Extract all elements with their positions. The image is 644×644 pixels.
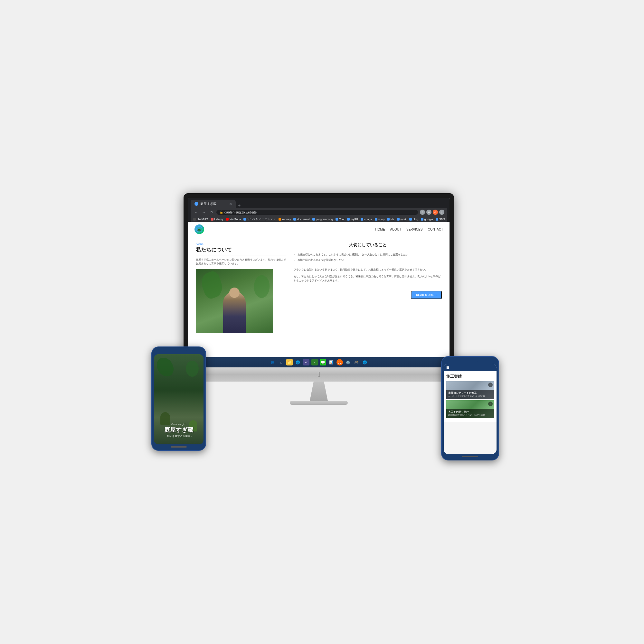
about-desc: 庭屋すぎ蔵のホームページをご覧いただき有難うございます。私たちは個人でお庭まわり… [196,258,286,266]
blog-screen: ☰ 施工実績 土間コンクリートの施工 カーポート下に雑草が生えないようにと費 › [444,364,497,454]
blog-card-desc-1: カーポート下に雑草が生えないようにと費 [448,395,492,398]
bookmark-tool[interactable]: Tool [336,218,345,221]
read-more-button[interactable]: READ MORE › [411,291,442,299]
phone-body-right: ☰ 施工実績 土間コンクリートの施工 カーポート下に雑草が生えないようにと費 › [441,356,499,460]
blog-title-section: 施工実績 土間コンクリートの施工 カーポート下に雑草が生えないようにと費 › [444,371,497,422]
app-icon-6[interactable]: ⚙️ [345,359,351,365]
nav-contact[interactable]: CONTACT [428,228,443,231]
blog-card-badge-1: › [488,383,493,387]
bookmark-document[interactable]: document [293,218,310,221]
about-photo [196,269,273,333]
imac: 庭屋すぎ蔵 ✕ + ← → ↻ 🔒 garden-sugizo.website [184,193,454,405]
file-explorer-icon[interactable]: 📁 [286,359,293,365]
edge-icon[interactable]: 🌐 [295,359,301,365]
phone-tagline: 「地元を愛する造園家」 [164,434,193,438]
phone-screen-left: Garden-sugizo 庭屋すぎ蔵 「地元を愛する造園家」 [154,354,204,444]
imac-stand [306,382,332,401]
chrome-icon[interactable]: 🌐 [362,359,368,365]
nav-services[interactable]: SERVICES [406,228,422,231]
bookmark-work[interactable]: work [397,218,407,221]
bookmark-blog[interactable]: blog [409,218,418,221]
text-block-1: フランクに会話するという事ではなく、損得勘定を抜きにして、お施主様にとって一番良… [294,268,442,272]
app-icon-5[interactable]: 🦊 [336,359,343,365]
bookmark-star-icon[interactable]: ☆ [420,210,425,215]
values-item-2: お施主様と友人のような関係になりたい [294,257,442,263]
nav-home[interactable]: HOME [375,228,385,231]
app-icon-4[interactable]: 📊 [328,359,335,365]
back-button[interactable]: ← [193,209,199,215]
app-icon-3[interactable]: 💬 [320,359,326,365]
garden-screen: Garden-sugizo 庭屋すぎ蔵 「地元を愛する造園家」 [154,354,204,444]
iphone-right: ☰ 施工実績 土間コンクリートの施工 カーポート下に雑草が生えないようにと費 › [441,356,499,460]
bookmark-life[interactable]: life [387,218,394,221]
phone-home-bar-left [171,446,187,448]
browser-tab-active[interactable]: 庭屋すぎ蔵 ✕ [191,200,236,208]
bookmark-liberal[interactable]: リベラルアーツシティ [243,217,276,221]
site-left-column: About 私たちについて 庭屋すぎ蔵のホームページをご覧いただき有難うございま… [196,242,286,333]
refresh-button[interactable]: ↻ [209,209,214,215]
blog-card-overlay-1: 土間コンクリートの施工 カーポート下に雑草が生えないようにと費 [446,390,494,399]
site-header: HOME ABOUT SERVICES CONTACT [188,222,450,237]
values-item-1: お施主様とのこれまでと、これからの出会いに感謝し、お一人おひとりに最高のご提案を… [294,252,442,257]
bookmark-shop[interactable]: shop [375,218,385,221]
bookmark-sns[interactable]: SNS [436,218,445,221]
app-icon-7[interactable]: 🎮 [353,359,360,365]
site-main: About 私たちについて 庭屋すぎ蔵のホームページをご覧いただき有難うございま… [188,237,450,338]
blog-card-title-2: 人工芝の貼り付け [448,410,492,414]
imac-screen-outer: 庭屋すぎ蔵 ✕ + ← → ↻ 🔒 garden-sugizo.website [184,193,454,367]
search-taskbar-icon[interactable]: ⌕ [278,359,284,365]
text-block-2: もし、私たちにとって大きな利益が生まれそうでも、将来的に問題のありそうな工事、商… [294,275,442,283]
app-icon-1[interactable]: W [303,359,309,365]
extension-icon[interactable]: ⊕ [426,210,431,215]
site-right-column: 大切にしていること お施主様とのこれまでと、これからの出会いに感謝し、お一人おひ… [294,242,442,333]
about-title: 私たちについて [196,247,286,255]
toolbar-icons: ☆ ⊕ G ⋮ [420,210,444,215]
blog-card-overlay-2: 人工芝の貼り付け 雑草対策に手間のかからない人工芝をお勧 [446,409,494,418]
app-icon-2[interactable]: ✓ [311,359,318,365]
address-bar[interactable]: 🔒 garden-sugizo.website [216,210,418,215]
phone-screen-right: ☰ 施工実績 土間コンクリートの施工 カーポート下に雑草が生えないようにと費 › [444,364,497,454]
address-text: garden-sugizo.website [224,211,257,214]
bookmark-programming[interactable]: programming [312,218,333,221]
values-list: お施主様とのこれまでと、これからの出会いに感謝し、お一人おひとりに最高のご提案を… [294,252,442,263]
bookmark-image[interactable]: image [361,218,372,221]
bookmark-google[interactable]: google [421,218,433,221]
website-content: HOME ABOUT SERVICES CONTACT About 私たちについ… [188,222,450,357]
bookmark-money[interactable]: money [279,218,291,221]
main-scene: 庭屋すぎ蔵 ✕ + ← → ↻ 🔒 garden-sugizo.website [145,177,499,467]
forward-button[interactable]: → [201,209,207,215]
bookmarks-bar: chatGPT Udemy YouTube リベラルアーツシティ [191,216,447,222]
blog-card-2[interactable]: 人工芝の貼り付け 雑草対策に手間のかからない人工芝をお勧 › [446,400,494,418]
browser-toolbar: ← → ↻ 🔒 garden-sugizo.website ☆ ⊕ G ⋮ [191,208,447,216]
blog-card-title-1: 土間コンクリートの施工 [448,391,492,395]
browser-chrome: 庭屋すぎ蔵 ✕ + ← → ↻ 🔒 garden-sugizo.website [188,198,450,222]
bookmark-chatgpt[interactable]: chatGPT [193,218,208,221]
new-tab-button[interactable]: + [238,203,241,208]
blog-section-title: 施工実績 [446,374,494,379]
site-nav: HOME ABOUT SERVICES CONTACT [375,228,443,231]
windows-logo-icon[interactable]: ⊞ [270,359,276,365]
bookmark-udemy[interactable]: Udemy [211,218,224,221]
phone-notch-right [462,359,478,363]
blog-menu-icon[interactable]: ☰ [446,366,449,369]
brand-large: 庭屋すぎ蔵 [164,426,193,434]
blog-card-badge-2: › [488,402,493,406]
blog-header: ☰ [444,364,497,371]
tab-close-button[interactable]: ✕ [229,202,232,206]
taskbar: ⊞ ⌕ 📁 🌐 W ✓ 💬 📊 🦊 ⚙️ 🎮 🌐 [188,357,450,367]
blog-card-desc-2: 雑草対策に手間のかからない人工芝をお勧 [448,414,492,417]
phone-garden-text: Garden-sugizo 庭屋すぎ蔵 「地元を愛する造園家」 [164,423,193,438]
blog-card-1[interactable]: 土間コンクリートの施工 カーポート下に雑草が生えないようにと費 › [446,381,494,399]
tab-title: 庭屋すぎ蔵 [200,202,216,206]
phone-body-left: Garden-sugizo 庭屋すぎ蔵 「地元を愛する造園家」 [151,346,206,451]
profile-icon[interactable]: G [433,210,438,215]
tab-favicon [194,202,198,206]
site-logo [194,224,204,234]
imac-base [290,401,348,405]
menu-icon[interactable]: ⋮ [439,210,444,215]
nav-about[interactable]: ABOUT [390,228,401,231]
bookmark-mypf[interactable]: myPF [347,218,358,221]
phone-home-bar-right [462,456,478,457]
bookmark-youtube[interactable]: YouTube [226,218,241,221]
brand-small: Garden-sugizo [164,423,193,425]
